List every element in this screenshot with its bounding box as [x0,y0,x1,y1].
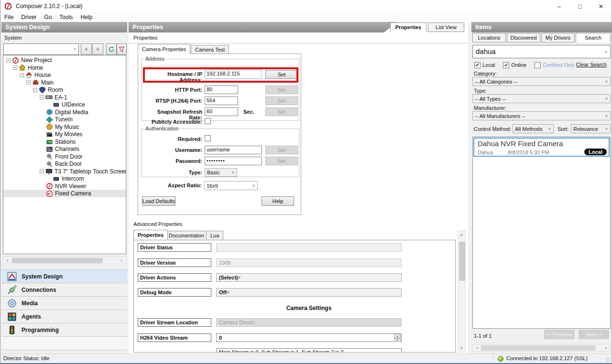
scroll-right-icon[interactable]: › [602,345,609,351]
tree-expand-icon[interactable]: − [13,65,17,70]
category-dropdown[interactable]: -- All Categories --˅ [472,77,611,86]
close-icon[interactable]: ✕ [590,0,612,12]
spinner-up-icon[interactable]: ▲ [394,334,401,338]
maximize-icon[interactable]: □ [569,0,590,12]
highlight-annotation [143,67,298,83]
scroll-up-icon[interactable]: ˄ [459,232,465,238]
menu-file[interactable]: File [0,13,17,21]
scrollbar-thumb[interactable] [481,345,596,351]
tree-item-my-movies[interactable]: My Movies [3,130,126,138]
clear-search-link[interactable]: Clear Search [576,62,607,67]
http-port-input[interactable]: 80 [205,86,238,94]
tab-lua[interactable]: Lua [206,231,223,240]
type-dropdown[interactable]: -- All Types --˅ [472,94,611,103]
manufacturer-dropdown[interactable]: -- All Manufacturers --˅ [472,111,611,120]
tree-item-new-project[interactable]: −New Project [3,56,126,64]
sidebar-item-system-design[interactable]: System Design [1,270,127,283]
tab-camera-test[interactable]: Camera Test [191,45,229,54]
search-down-button[interactable]: ˅ [92,43,103,55]
menu-help[interactable]: Help [76,13,96,21]
auth-type-dropdown[interactable]: Basic ˅ [205,168,237,177]
sidebar-item-connections[interactable]: Connections [1,283,127,297]
online-checkbox[interactable]: ✓ [503,62,509,68]
rtsp-port-input[interactable]: 554 [205,96,238,105]
scroll-left-icon[interactable]: ‹ [474,345,481,351]
resize-grip[interactable]: ⠿ [606,358,610,363]
spinner-arrows[interactable]: ▲▼ [394,334,401,341]
publicly-accessible-checkbox[interactable] [205,118,211,124]
certified-only-checkbox[interactable] [535,62,541,68]
refresh-icon[interactable] [106,43,117,55]
property-value-debug-mode[interactable]: Off˅ [216,288,402,297]
tree-item-channels[interactable]: Channels [3,145,126,153]
tab-camera-properties[interactable]: Camera Properties [138,44,190,54]
filter-icon[interactable] [117,43,127,55]
search-input[interactable]: dahua ˅ [472,45,611,58]
tab-search[interactable]: Search [576,33,611,43]
scrollbar-thumb[interactable] [12,258,103,263]
search-up-button[interactable]: ˄ [81,43,92,55]
tab-my-drivers[interactable]: My Drivers [541,33,575,43]
tree-expand-icon[interactable]: − [40,95,44,99]
tree-expand-icon[interactable]: − [6,58,11,63]
tab-discovered[interactable]: Discovered [507,33,540,43]
menu-tools[interactable]: Tools [55,13,76,21]
tree-item-room[interactable]: −Room [3,86,126,94]
snapshot-rate-input[interactable]: 60 [205,107,238,116]
tree-item-t3-7-tabletop-touch-screen[interactable]: −T3 7" Tabletop Touch Screen [3,168,126,175]
scroll-left-icon[interactable]: ‹ [4,257,11,263]
splitter-handle[interactable]: ········· [1,265,127,269]
system-filter-combobox[interactable]: ˅ [3,43,79,55]
tab-documentation[interactable]: Documentation [164,231,208,240]
tree-item-main[interactable]: −Main [3,79,126,86]
sidebar-item-programming[interactable]: Programming [1,323,127,337]
tree-item-back-door[interactable]: Back Door [3,160,126,168]
property-value-h264-video-stream[interactable]: 0▲▼ [216,333,402,342]
scrollbar-thumb[interactable] [459,242,465,281]
load-defaults-button[interactable]: Load Defaults [142,196,175,206]
tab-advanced-properties[interactable]: Properties [133,230,168,240]
property-value-driver-actions[interactable]: (Select)˅ [216,273,402,282]
aspect-ratio-dropdown[interactable]: 16x9 ˅ [204,181,258,190]
minimize-icon[interactable]: – [548,0,569,12]
previous-button[interactable]: < Previous [544,330,575,339]
scroll-right-icon[interactable]: › [118,257,125,263]
tree-item-home[interactable]: −Home [3,64,126,72]
tree-item-stations[interactable]: Stations [3,138,126,146]
menu-go[interactable]: Go [40,13,55,21]
help-button[interactable]: Help [262,196,294,206]
tree-item-fixed-camera[interactable]: a!Fixed Camera [3,190,126,197]
advanced-vertical-scrollbar[interactable]: ˄ ˅ [458,231,466,353]
tree-item-front-door[interactable]: Front Door [3,153,126,161]
sidebar-item-agents[interactable]: Agents [1,310,127,323]
tree-expand-icon[interactable]: − [40,169,44,173]
list-item[interactable]: Dahua NVR Fixed Camera Dahua 8/8/2018 5:… [473,138,610,157]
tree-item-ea-1[interactable]: −EA-1 [3,94,126,101]
tree-expand-icon[interactable]: − [26,80,31,85]
username-input[interactable]: username [205,146,262,154]
tree-item-digital-media[interactable]: Digital Media [3,108,126,116]
items-horizontal-scrollbar[interactable]: ‹ › [472,344,611,352]
sidebar-item-media[interactable]: Media [1,297,127,310]
control-method-dropdown[interactable]: All Methods˅ [513,124,554,133]
tree-item-nvr-viewer[interactable]: NVR Viewer [3,182,126,190]
password-input[interactable]: •••••••• [205,157,262,165]
sort-dropdown[interactable]: Relevance˅ [571,124,611,133]
tree-item-my-music[interactable]: My Music [3,123,126,131]
menu-driver[interactable]: Driver [17,13,40,21]
tab-locations[interactable]: Locations [472,33,506,43]
tree-expand-icon[interactable]: − [20,73,24,77]
tab-properties-view[interactable]: Properties [390,22,426,32]
local-checkbox[interactable]: ✓ [474,62,481,68]
required-checkbox[interactable] [205,135,211,141]
spinner-down-icon[interactable]: ▼ [394,338,401,342]
tree-item-uidevice[interactable]: UIDevice [3,101,126,108]
tab-list-view[interactable]: List View [428,22,464,32]
tree-horizontal-scrollbar[interactable]: ‹ › [3,257,126,264]
tree-item-tunein[interactable]: TuneIn [3,116,126,123]
tree-expand-icon[interactable]: − [33,88,37,92]
tree-item-house[interactable]: −House [3,71,126,79]
scroll-down-icon[interactable]: ˅ [459,345,465,352]
next-button[interactable]: Next > [579,330,609,339]
tree-item-intercom[interactable]: Intercom [3,175,126,182]
